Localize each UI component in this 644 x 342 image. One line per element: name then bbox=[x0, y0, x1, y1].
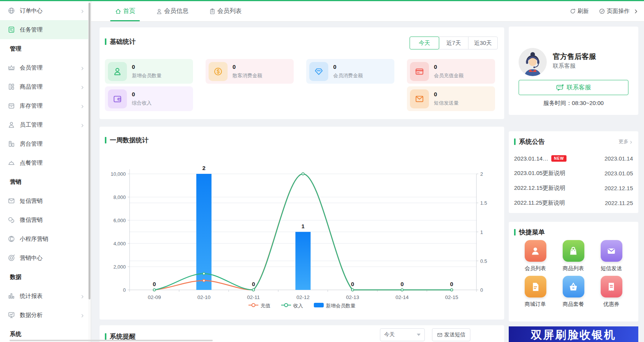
sidebar-item-4[interactable]: 商品管理 bbox=[0, 77, 91, 96]
quick-menu-title: 快捷菜单 bbox=[514, 228, 545, 237]
stat-label: 短信发送量 bbox=[434, 100, 459, 107]
stat-card-5: 0短信发送量 bbox=[407, 86, 495, 111]
sidebar-item-11[interactable]: 微信营销 bbox=[0, 210, 91, 229]
legend-label: 充值 bbox=[261, 302, 271, 309]
stat-card-0: 0新增会员数量 bbox=[105, 59, 193, 84]
svg-text:0: 0 bbox=[450, 281, 453, 287]
chevron-right-icon bbox=[80, 8, 85, 13]
sidebar-item-label: 点餐管理 bbox=[20, 159, 43, 167]
quick-item-5[interactable]: 优惠券 bbox=[592, 276, 630, 308]
svg-text:02-12: 02-12 bbox=[296, 294, 310, 300]
filter-button-1[interactable]: 近7天 bbox=[439, 37, 468, 49]
sidebar-item-13[interactable]: 营销中心 bbox=[0, 248, 91, 267]
sidebar-item-12[interactable]: 小程序营销 bbox=[0, 229, 91, 248]
more-label: 更多 bbox=[619, 138, 628, 145]
announcement-date: 2022.11.25 bbox=[605, 200, 633, 206]
quick-item-3[interactable]: 商城订单 bbox=[516, 276, 554, 308]
legend-item-2[interactable]: 新增会员数量 bbox=[314, 302, 356, 309]
contact-service-button[interactable]: 联系客服 bbox=[519, 80, 628, 95]
wallet-icon bbox=[108, 89, 127, 108]
coin-icon bbox=[209, 62, 228, 81]
sidebar-item-6[interactable]: 员工管理 bbox=[0, 115, 91, 134]
tabbar-action-label: 页面操作 bbox=[607, 8, 630, 15]
order-doc-icon bbox=[525, 276, 546, 297]
sidebar-item-label: 统计报表 bbox=[20, 293, 43, 300]
tab-1[interactable]: 会员信息 bbox=[149, 1, 195, 21]
sidebar-item-0[interactable]: 订单中心 bbox=[0, 1, 91, 20]
announcement-date: 2022.12.15 bbox=[604, 185, 633, 191]
filter-button-2[interactable]: 近30天 bbox=[468, 37, 498, 49]
quick-item-2[interactable]: 短信发送 bbox=[592, 240, 630, 272]
send-sms-button[interactable]: 发送短信 bbox=[432, 328, 470, 341]
stat-value: 0 bbox=[132, 91, 152, 97]
sidebar-item-16[interactable]: 数据分析 bbox=[0, 305, 91, 325]
announcement-text: 2023.01.14… bbox=[514, 155, 548, 162]
sidebar-item-8[interactable]: 点餐管理 bbox=[0, 153, 91, 172]
tab-2[interactable]: 会员列表 bbox=[202, 1, 248, 21]
stat-value: 0 bbox=[233, 64, 262, 70]
sidebar-item-label: 任务管理 bbox=[20, 26, 43, 33]
sidebar-item-10[interactable]: 短信营销 bbox=[0, 191, 91, 210]
basic-stats-title: 基础统计 bbox=[105, 37, 136, 46]
svg-text:02-10: 02-10 bbox=[197, 294, 210, 300]
chevron-down-icon bbox=[417, 334, 421, 336]
quick-item-0[interactable]: 会员列表 bbox=[516, 240, 554, 272]
mail-icon bbox=[437, 332, 443, 338]
legend-label: 收入 bbox=[293, 302, 303, 309]
sidebar-item-label: 小程序营销 bbox=[20, 235, 48, 243]
svg-text:1: 1 bbox=[301, 223, 304, 229]
announcement-date: 2023.01.05 bbox=[604, 170, 633, 177]
stat-card-1: 0散客消费金额 bbox=[206, 59, 294, 84]
chevron-right-icon bbox=[80, 294, 85, 298]
dining-icon bbox=[8, 159, 15, 167]
sidebar-scrollbar-thumb[interactable] bbox=[89, 3, 90, 299]
legend-item-1[interactable]: 收入 bbox=[281, 302, 303, 309]
announcement-row-2[interactable]: 2022.12.15更新说明2022.12.15 bbox=[514, 181, 633, 196]
announcements-title: 系统公告 bbox=[514, 137, 545, 146]
chevron-right-icon[interactable] bbox=[633, 9, 639, 14]
member-list-icon bbox=[525, 240, 546, 262]
horizontal-scrollbar[interactable] bbox=[9, 340, 213, 341]
svg-text:2: 2 bbox=[480, 171, 483, 177]
bar-02-12[interactable] bbox=[296, 232, 311, 290]
legend-line-swatch bbox=[248, 302, 258, 309]
stat-value: 0 bbox=[132, 64, 161, 70]
quick-item-label: 商城订单 bbox=[525, 301, 546, 308]
tabbar-action-1[interactable]: 页面操作 bbox=[599, 8, 630, 15]
member-icon bbox=[156, 8, 163, 15]
send-sms-label: 发送短信 bbox=[444, 331, 465, 338]
announcement-row-1[interactable]: 2023.01.05更新说明2023.01.05 bbox=[514, 166, 633, 181]
svg-text:1.5: 1.5 bbox=[480, 200, 487, 206]
stat-value: 0 bbox=[434, 64, 464, 70]
coupon-icon bbox=[601, 276, 622, 297]
service-hours: 服务时间：08:30~20:00 bbox=[509, 100, 638, 107]
announcements-card: 系统公告 更多 2023.01.14…NEW2023.01.142023.01.… bbox=[509, 131, 638, 213]
tabbar-action-0[interactable]: 刷新 bbox=[570, 8, 589, 15]
new-badge: NEW bbox=[551, 155, 566, 162]
task-icon bbox=[8, 26, 15, 33]
promo-banner[interactable]: 双屏刷脸收银机 bbox=[509, 326, 638, 342]
svg-text:0: 0 bbox=[400, 281, 403, 287]
filter-button-0[interactable]: 今天 bbox=[410, 37, 439, 49]
sidebar-scrollbar[interactable] bbox=[88, 1, 91, 342]
announcements-more-link[interactable]: 更多 bbox=[619, 138, 633, 145]
sidebar-item-15[interactable]: 统计报表 bbox=[0, 286, 91, 305]
announcement-row-0[interactable]: 2023.01.14…NEW2023.01.14 bbox=[514, 151, 633, 166]
sidebar-item-label: 库存管理 bbox=[20, 102, 43, 110]
quick-item-1[interactable]: 商品列表 bbox=[554, 240, 592, 272]
sidebar-item-5[interactable]: 库存管理 bbox=[0, 96, 91, 115]
chevron-right-icon bbox=[629, 140, 633, 143]
room-icon bbox=[8, 140, 15, 148]
svg-text:02-14: 02-14 bbox=[396, 294, 409, 300]
sidebar-item-1[interactable]: 任务管理 bbox=[0, 20, 91, 39]
chevron-right-icon bbox=[80, 313, 85, 317]
chevron-right-icon bbox=[80, 84, 85, 89]
reminder-date-select[interactable]: 今天 bbox=[380, 328, 425, 341]
announcement-row-3[interactable]: 2022.11.25更新说明2022.11.25 bbox=[514, 196, 633, 210]
tab-0[interactable]: 首页 bbox=[108, 1, 142, 21]
sidebar-item-7[interactable]: 房台管理 bbox=[0, 134, 91, 153]
legend-item-0[interactable]: 充值 bbox=[248, 302, 271, 309]
quick-item-4[interactable]: 商品套餐 bbox=[554, 276, 592, 308]
sidebar-item-3[interactable]: 会员管理 bbox=[0, 58, 91, 77]
week-chart: 02,0004,0006,0008,00010,00000.511.5202-0… bbox=[100, 127, 504, 320]
